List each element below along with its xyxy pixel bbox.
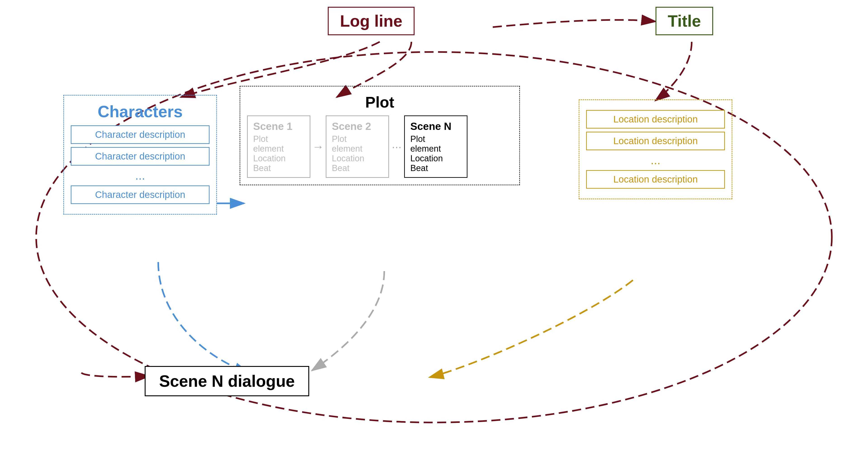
locations-container: Location description Location descriptio…	[579, 99, 733, 199]
ellipse-to-dialogue-arrow	[81, 373, 149, 377]
scene-1-box: Scene 1 Plot element Location Beat	[247, 116, 310, 178]
logline-label: Log line	[340, 12, 402, 30]
char-desc-2: Character description	[71, 147, 210, 166]
char-desc-1: Character description	[71, 125, 210, 144]
characters-container: Characters Character description Charact…	[63, 95, 217, 214]
scene-2-beat: Beat	[332, 163, 383, 173]
scene-n-title: Scene N	[410, 120, 461, 132]
scene-2-plot: Plot	[332, 134, 383, 144]
scene-1-location: Location	[253, 154, 304, 163]
loc-dots: ...	[586, 154, 725, 167]
diagram-container: Log line Title Characters Character desc…	[0, 0, 868, 462]
logline-to-title-arrow	[493, 20, 655, 27]
scene-dots: ···	[389, 140, 404, 154]
loc-desc-2: Location description	[586, 132, 725, 150]
arrows-layer	[0, 0, 868, 462]
scene-1-beat: Beat	[253, 163, 304, 173]
loc-desc-3: Location description	[586, 170, 725, 189]
locations-to-dialogue-arrow	[430, 280, 633, 377]
loc-desc-1: Location description	[586, 110, 725, 129]
scene-to-dialogue-arrow	[312, 271, 384, 370]
scene-1-title: Scene 1	[253, 120, 304, 132]
scene-n-box: Scene N Plot element Location Beat	[404, 116, 467, 178]
title-box: Title	[655, 7, 713, 35]
plot-container: Plot Scene 1 Plot element Location Beat …	[240, 86, 520, 185]
scene-2-element: element	[332, 144, 383, 154]
logline-box: Log line	[328, 7, 414, 35]
scene-n-location: Location	[410, 154, 461, 163]
chars-dots: ...	[71, 169, 210, 182]
scene-n-element: element	[410, 144, 461, 154]
title-label: Title	[668, 12, 701, 30]
dialogue-label: Scene N dialogue	[159, 372, 295, 390]
title-to-locations-arrow	[655, 42, 692, 101]
plot-heading: Plot	[247, 93, 513, 111]
scene-1-plot: Plot	[253, 134, 304, 144]
scene-1-to-2-arrow: →	[310, 140, 326, 154]
characters-to-dialogue-arrow	[158, 262, 249, 373]
scene-n-beat: Beat	[410, 163, 461, 173]
scene-2-title: Scene 2	[332, 120, 383, 132]
characters-heading: Characters	[71, 102, 210, 121]
char-desc-3: Character description	[71, 186, 210, 204]
scene-2-box: Scene 2 Plot element Location Beat	[326, 116, 389, 178]
dialogue-box: Scene N dialogue	[145, 366, 309, 396]
scene-n-plot: Plot	[410, 134, 461, 144]
scenes-row: Scene 1 Plot element Location Beat → Sce…	[247, 116, 513, 178]
scene-1-element: element	[253, 144, 304, 154]
scene-2-location: Location	[332, 154, 383, 163]
